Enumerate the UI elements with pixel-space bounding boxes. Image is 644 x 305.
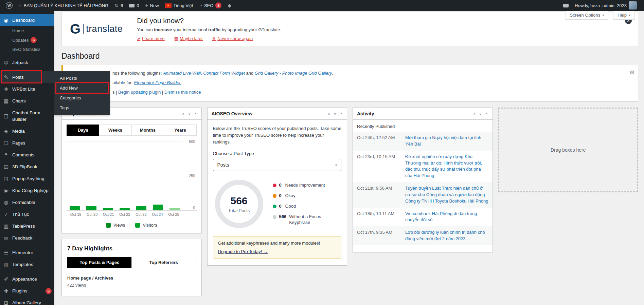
move-up-icon[interactable]: ∧ — [473, 112, 476, 116]
sidebar-item-elementor[interactable]: ☰Elementor — [0, 247, 54, 259]
animated-live-wall-link[interactable]: Animated Live Wall — [163, 71, 201, 76]
sidebar-item-label: 3D FlipBook — [12, 164, 52, 170]
account-menu[interactable]: Howdy, heza_admin_2023 — [572, 0, 640, 11]
sidebar-item-jetpack[interactable]: ✇Jetpack — [0, 57, 54, 69]
jetpack-tab-days[interactable]: Days — [67, 125, 99, 136]
grid-gallery-link[interactable]: Grid Gallery - Photo Image Grid Gallery — [255, 71, 332, 76]
activity-header[interactable]: Activity ∧ ∨ ▲ — [353, 108, 493, 120]
sidebar-item-label: Comments — [12, 152, 52, 158]
move-down-icon[interactable]: ∨ — [479, 112, 482, 116]
sidebar-subitem-home[interactable]: Home — [0, 26, 54, 35]
learn-more-link[interactable]: ⇗ Learn more — [137, 36, 165, 41]
chat-adminbar-item[interactable] — [560, 0, 572, 11]
move-up-icon[interactable]: ∧ — [327, 112, 330, 116]
elementor-page-builder-link[interactable]: Elementor Page Builder — [134, 80, 181, 85]
new-content-menu[interactable]: + New — [142, 0, 162, 11]
views-bar[interactable] — [103, 208, 113, 210]
toggle-panel-icon[interactable]: ▲ — [194, 112, 197, 116]
flyout-item-categories[interactable]: Categories — [54, 93, 110, 103]
jetpack-tab-months[interactable]: Months — [131, 125, 164, 136]
legend-item-visitors[interactable]: Visitors — [135, 223, 157, 228]
views-bar[interactable] — [70, 206, 80, 210]
sidebar-subitem-updates[interactable]: Updates6 — [0, 35, 54, 45]
language-switcher[interactable]: ★ Tiếng Việt — [162, 0, 196, 11]
post-link[interactable]: Đề xuất nghiên cứu xây dựng Khu Thương m… — [405, 154, 488, 179]
sidebar-item-3d-flipbook[interactable]: ▤3D FlipBook — [0, 161, 54, 173]
sidebar-item-pages[interactable]: ❏Pages — [0, 137, 54, 149]
y-axis-tick: 500 — [189, 139, 195, 144]
sidebar-item-popup-anything[interactable]: ◳Popup Anything — [0, 173, 54, 185]
notice-line-2: ailable for: Elementor Page Builder. — [112, 78, 623, 88]
flyout-item-all-posts[interactable]: All Posts — [54, 73, 110, 83]
notice-text: s | — [112, 90, 118, 95]
jetpack-tab-weeks[interactable]: Weeks — [99, 125, 131, 136]
elementor-adminbar-item[interactable]: ◆ — [225, 0, 234, 11]
comments-icon — [129, 4, 135, 7]
sidebar-item-plugins[interactable]: ✚Plugins6 — [0, 285, 54, 297]
toggle-panel-icon[interactable]: ▲ — [485, 112, 488, 116]
banner-body-text: your international — [172, 27, 208, 32]
jetpack-tab-years[interactable]: Years — [164, 125, 196, 136]
legend-item-views[interactable]: Views — [106, 223, 125, 228]
home-icon: ⌂ — [19, 3, 21, 8]
sidebar-item-wpbot-lite[interactable]: ❖WPBot Lite — [0, 83, 54, 95]
comments-indicator[interactable]: 0 — [126, 0, 142, 11]
legend-label[interactable]: Without a Focus Keyphrase — [289, 214, 330, 226]
sidebar-item-th-t-c[interactable]: ✓Thủ Tục — [0, 208, 54, 220]
sidebar-item-label: Feedback — [12, 235, 52, 241]
views-bar[interactable] — [136, 206, 146, 210]
post-link[interactable]: Mới tham gia Ngày hội việc làm tại tỉnh … — [405, 135, 488, 148]
post-link[interactable]: Vietcombank Hải Phòng đi đầu trong chuyể… — [405, 211, 488, 224]
sidebar-item-templates[interactable]: ▧Templates — [0, 259, 54, 270]
updates-indicator[interactable]: ↻ 6 — [111, 0, 126, 11]
highlights-tab-top-posts-pages[interactable]: Top Posts & Pages — [67, 257, 132, 268]
upgrade-pro-link[interactable]: Upgrade to Pro Today! → — [218, 248, 268, 255]
help-button[interactable]: Help ▾ — [613, 11, 635, 20]
sidebar-subitem-seo-statistics[interactable]: SEO Statistics — [0, 45, 54, 54]
highlights-tab-top-referrers[interactable]: Top Referrers — [131, 257, 196, 268]
post-link[interactable]: Lớp bồi dưỡng lý luận chính trị dành cho… — [405, 229, 488, 242]
sidebar-item-formidable[interactable]: ◍Formidable — [0, 196, 54, 208]
sidebar-item-dashboard[interactable]: ◉Dashboard — [0, 14, 54, 26]
sidebar-item-charts[interactable]: ▦Charts — [0, 95, 54, 107]
views-bar[interactable] — [120, 208, 130, 210]
move-up-icon[interactable]: ∧ — [182, 112, 184, 116]
sidebar-item-chatbot-form-builder[interactable]: ❑Chatbot Form Builder — [0, 107, 54, 125]
chevron-down-icon: ▾ — [629, 13, 630, 17]
flyout-item-tags[interactable]: Tags — [54, 103, 110, 113]
contact-form-widget-link[interactable]: Contact Form Widget — [203, 71, 245, 76]
legend-label[interactable]: Okay — [285, 193, 296, 199]
toggle-panel-icon[interactable]: ▲ — [340, 112, 343, 116]
sidebar-item-tablepress[interactable]: ▥TablePress — [0, 220, 54, 232]
never-show-link[interactable]: ⊗ Never show again — [212, 36, 253, 41]
sidebar-item-comments[interactable]: ❝Comments — [0, 149, 54, 161]
wordpress-menu[interactable]: W — [3, 0, 16, 11]
dismiss-notice-link[interactable]: Dismiss this notice — [164, 90, 201, 95]
move-down-icon[interactable]: ∨ — [334, 112, 336, 116]
sidebar-item-album-gallery[interactable]: ⊞Album Gallery — [0, 297, 54, 305]
flyout-item-add-new[interactable]: Add New — [54, 83, 110, 93]
views-bar[interactable] — [86, 206, 96, 210]
maybe-later-link[interactable]: ▦ Maybe later — [174, 36, 203, 41]
notice-close-icon[interactable]: ⊗ — [630, 68, 634, 77]
sidebar-item-posts[interactable]: ✎Posts — [0, 71, 54, 83]
views-bar[interactable] — [153, 205, 163, 210]
move-down-icon[interactable]: ∨ — [188, 112, 191, 116]
post-type-select[interactable]: Posts ▾ — [213, 159, 342, 171]
top-post-link[interactable]: Home page / Archives — [67, 275, 113, 281]
screen-options-button[interactable]: Screen Options ▾ — [566, 11, 609, 20]
legend-label[interactable]: Needs Improvement — [285, 183, 325, 188]
aioseo-header[interactable]: AIOSEO Overview ∧ ∨ ▲ — [208, 108, 347, 120]
plus-icon: + — [145, 3, 148, 8]
legend-label[interactable]: Good — [285, 204, 296, 209]
post-link[interactable]: Tuyên truyền Luật Thực hiện dân chủ ở cơ… — [405, 185, 488, 205]
sidebar-item-media[interactable]: ◈Media — [0, 125, 54, 137]
seo-menu[interactable]: ◔ SEO 5 — [196, 0, 225, 11]
site-link[interactable]: ⌂ BAN QUẢN LÝ KHU KINH TẾ HẢI PHÒNG — [16, 0, 111, 11]
views-bar[interactable] — [169, 208, 180, 210]
sidebar-item-khu-c-ng-nghi-p[interactable]: ▣Khu Công Nghiệp — [0, 185, 54, 196]
sidebar-item-feedback[interactable]: ✉Feedback — [0, 232, 54, 244]
begin-updating-plugin-link[interactable]: Begin updating plugin — [118, 90, 161, 95]
drag-boxes-target[interactable]: Drag boxes here — [498, 108, 639, 192]
sidebar-item-appearance[interactable]: ✐Appearance — [0, 273, 54, 285]
